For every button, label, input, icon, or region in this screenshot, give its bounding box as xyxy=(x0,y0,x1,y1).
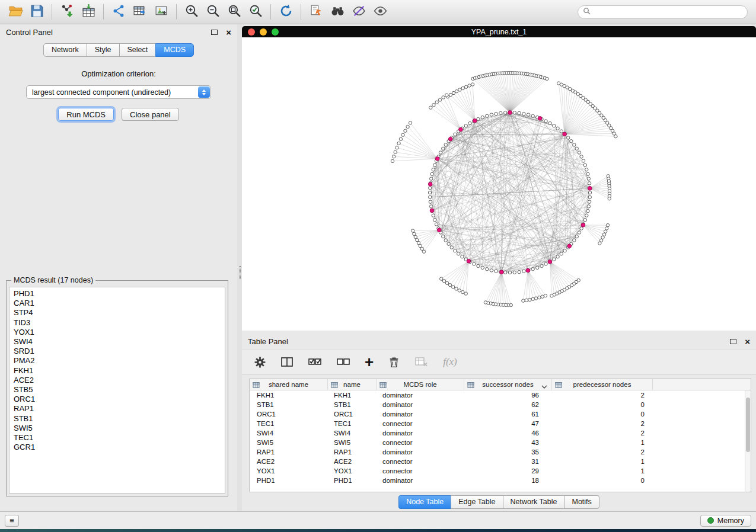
network-node[interactable] xyxy=(429,205,432,208)
tab-motifs[interactable]: Motifs xyxy=(564,495,599,509)
float-window-icon[interactable] xyxy=(730,339,736,344)
mcds-result-item[interactable]: SWI4 xyxy=(14,337,225,347)
mcds-node[interactable] xyxy=(473,118,477,123)
network-leaf-node[interactable] xyxy=(397,142,400,145)
network-leaf-node[interactable] xyxy=(445,281,448,284)
table-row[interactable]: RAP1RAP1dominator352 xyxy=(250,447,751,457)
network-leaf-node[interactable] xyxy=(448,284,451,287)
tab-network-table[interactable]: Network Table xyxy=(503,495,564,509)
tab-edge-table[interactable]: Edge Table xyxy=(451,495,502,509)
zoom-selected-button[interactable] xyxy=(245,3,266,21)
deselect-all-button[interactable] xyxy=(336,354,350,370)
network-node[interactable] xyxy=(582,159,585,162)
mcds-result-item[interactable]: RAP1 xyxy=(14,404,225,414)
refresh-button[interactable] xyxy=(275,3,296,21)
network-node[interactable] xyxy=(495,270,497,273)
show-graphics-button[interactable] xyxy=(369,3,391,21)
find-button[interactable] xyxy=(327,3,348,21)
network-leaf-node[interactable] xyxy=(605,227,608,230)
mcds-node[interactable] xyxy=(428,182,432,187)
table-scrollbar[interactable] xyxy=(745,390,751,492)
network-leaf-node[interactable] xyxy=(606,224,609,227)
network-node[interactable] xyxy=(583,164,586,166)
network-node[interactable] xyxy=(429,196,432,198)
save-session-button[interactable] xyxy=(26,3,47,21)
network-leaf-node[interactable] xyxy=(438,98,441,101)
apply-style-button[interactable] xyxy=(348,3,369,21)
mcds-result-list[interactable]: PHD1CAR1STP4TID3YOX1SWI4SRD1PMA2FKH1ACE2… xyxy=(9,287,225,493)
network-leaf-node[interactable] xyxy=(546,77,548,80)
network-node[interactable] xyxy=(513,271,516,274)
network-node[interactable] xyxy=(573,239,576,242)
network-node[interactable] xyxy=(468,121,471,124)
network-leaf-node[interactable] xyxy=(401,133,404,136)
network-node[interactable] xyxy=(588,196,591,198)
delete-column-button[interactable] xyxy=(388,354,400,370)
network-node[interactable] xyxy=(435,223,438,226)
vertical-splitter[interactable] xyxy=(237,24,242,511)
network-node[interactable] xyxy=(444,239,447,242)
network-node[interactable] xyxy=(490,269,493,272)
table-row[interactable]: STB1STB1dominator620 xyxy=(250,400,751,409)
mcds-result-item[interactable]: PHD1 xyxy=(14,289,225,299)
network-node[interactable] xyxy=(586,209,589,212)
network-leaf-node[interactable] xyxy=(461,290,464,293)
network-leaf-node[interactable] xyxy=(614,135,617,138)
network-node[interactable] xyxy=(553,124,556,127)
table-row[interactable]: PHD1PHD1dominator180 xyxy=(250,476,751,485)
network-node[interactable] xyxy=(544,262,547,265)
network-node[interactable] xyxy=(518,111,521,114)
network-leaf-node[interactable] xyxy=(395,146,398,149)
mcds-node[interactable] xyxy=(459,127,463,132)
network-leaf-node[interactable] xyxy=(455,287,458,290)
network-leaf-node[interactable] xyxy=(452,286,455,289)
network-node[interactable] xyxy=(556,127,559,130)
export-table-button[interactable] xyxy=(129,3,151,21)
optimization-criterion-select[interactable]: largest connected component (undirected) xyxy=(26,85,211,99)
network-node[interactable] xyxy=(588,191,591,194)
table-row[interactable]: ORC1ORC1dominator610 xyxy=(250,409,751,419)
tab-node-table[interactable]: Node Table xyxy=(398,495,451,509)
network-leaf-node[interactable] xyxy=(412,229,414,232)
table-row[interactable]: SWI5SWI5connector431 xyxy=(250,438,751,447)
network-node[interactable] xyxy=(522,270,525,273)
mcds-node[interactable] xyxy=(508,111,512,115)
network-leaf-node[interactable] xyxy=(449,93,452,96)
table-row[interactable]: ACE2ACE2connector311 xyxy=(250,457,751,466)
network-leaf-node[interactable] xyxy=(534,297,537,300)
network-leaf-node[interactable] xyxy=(464,292,467,295)
network-node[interactable] xyxy=(508,271,511,274)
mcds-result-item[interactable]: PMA2 xyxy=(14,356,225,366)
network-node[interactable] xyxy=(586,172,589,175)
network-leaf-node[interactable] xyxy=(422,250,425,253)
global-search[interactable] xyxy=(578,5,748,19)
network-node[interactable] xyxy=(544,120,547,123)
tab-mcds[interactable]: MCDS xyxy=(155,43,194,57)
network-leaf-node[interactable] xyxy=(391,159,394,162)
network-node[interactable] xyxy=(531,268,534,271)
status-menu-button[interactable]: ≡ xyxy=(5,515,19,527)
network-leaf-node[interactable] xyxy=(484,301,487,304)
search-input[interactable] xyxy=(591,8,747,16)
network-leaf-node[interactable] xyxy=(435,101,438,104)
mcds-node[interactable] xyxy=(588,187,592,191)
network-leaf-node[interactable] xyxy=(432,103,435,106)
mcds-node[interactable] xyxy=(467,259,471,263)
mcds-result-item[interactable]: TID3 xyxy=(14,318,225,328)
network-leaf-node[interactable] xyxy=(528,298,531,301)
network-node[interactable] xyxy=(486,114,489,117)
network-leaf-node[interactable] xyxy=(445,94,448,97)
network-leaf-node[interactable] xyxy=(608,197,611,200)
network-node[interactable] xyxy=(444,143,447,146)
network-leaf-node[interactable] xyxy=(406,125,409,128)
network-leaf-node[interactable] xyxy=(419,244,422,247)
mcds-node[interactable] xyxy=(500,270,504,274)
network-node[interactable] xyxy=(454,249,457,252)
mcds-result-item[interactable]: YOX1 xyxy=(14,328,225,337)
network-node[interactable] xyxy=(447,242,450,245)
network-node[interactable] xyxy=(587,177,590,180)
network-leaf-node[interactable] xyxy=(461,86,464,89)
column-header-shared-name[interactable]: shared name xyxy=(250,379,328,390)
mcds-result-item[interactable]: STP4 xyxy=(14,308,225,318)
add-column-button[interactable]: + xyxy=(365,354,374,370)
